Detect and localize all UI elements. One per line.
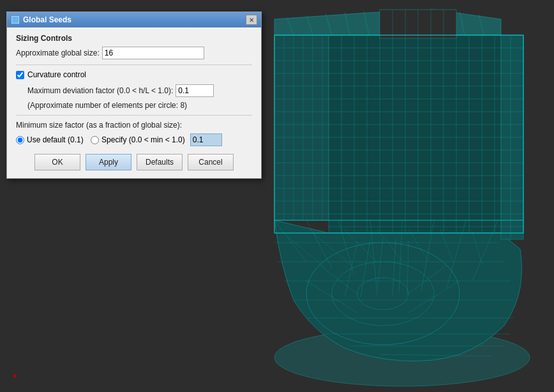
use-default-row: Use default (0.1) Specify (0.0 < min < 1… <box>16 133 252 146</box>
global-seeds-dialog: Global Seeds ✕ Sizing Controls Approxima… <box>6 11 262 179</box>
use-default-label[interactable]: Use default (0.1) <box>27 135 84 144</box>
approx-elements-text: (Approximate number of elements per circ… <box>27 101 252 110</box>
max-deviation-row: Maximum deviation factor (0.0 < h/L < 1.… <box>27 84 252 97</box>
max-deviation-label: Maximum deviation factor (0.0 < h/L < 1.… <box>27 86 173 95</box>
sizing-controls-label: Sizing Controls <box>16 34 252 43</box>
defaults-button[interactable]: Defaults <box>137 154 183 170</box>
axis-x-label: x <box>13 372 17 379</box>
axis-indicator: x <box>13 372 17 379</box>
curvature-options: Maximum deviation factor (0.0 < h/L < 1.… <box>27 84 252 110</box>
min-size-label: Minimum size factor (as a fraction of gl… <box>16 121 252 130</box>
curvature-control-checkbox[interactable] <box>16 71 24 79</box>
global-size-input[interactable] <box>102 47 204 59</box>
ok-button[interactable]: OK <box>34 154 80 170</box>
svg-rect-22 <box>329 35 501 233</box>
specify-label[interactable]: Specify (0.0 < min < 1.0) <box>101 135 185 144</box>
apply-button[interactable]: Apply <box>86 154 131 170</box>
dialog-icon <box>11 15 20 24</box>
svg-rect-2 <box>274 35 329 220</box>
divider <box>16 64 252 65</box>
close-button[interactable]: ✕ <box>246 15 257 25</box>
svg-rect-123 <box>12 17 19 23</box>
divider2 <box>16 115 252 116</box>
dialog-title-left: Global Seeds <box>11 15 71 24</box>
dialog-titlebar: Global Seeds ✕ <box>7 12 261 27</box>
cancel-button[interactable]: Cancel <box>188 154 234 170</box>
curvature-control-label[interactable]: Curvature control <box>27 70 86 79</box>
specify-radio[interactable] <box>91 136 99 144</box>
use-default-radio[interactable] <box>16 136 24 144</box>
max-deviation-input[interactable] <box>176 84 214 97</box>
dialog-title: Global Seeds <box>23 15 71 24</box>
specify-input[interactable] <box>190 133 222 146</box>
dialog-content: Sizing Controls Approximate global size:… <box>7 27 261 178</box>
curvature-control-row: Curvature control <box>16 70 252 79</box>
global-size-label: Approximate global size: <box>16 49 100 57</box>
global-size-row: Approximate global size: <box>16 47 252 59</box>
button-row: OK Apply Defaults Cancel <box>16 154 252 170</box>
